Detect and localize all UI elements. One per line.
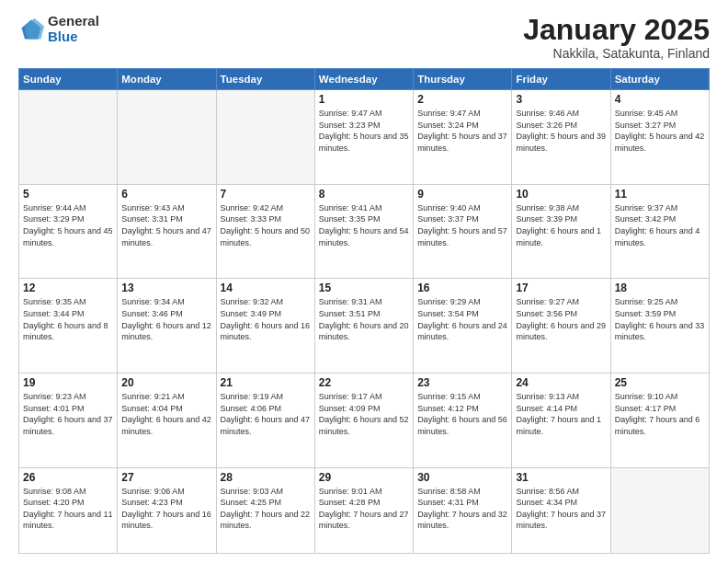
logo-text: General Blue [48, 14, 99, 44]
table-row: 5Sunrise: 9:44 AM Sunset: 3:29 PM Daylig… [19, 184, 118, 279]
day-number: 8 [319, 188, 409, 201]
day-info: Sunrise: 9:23 AM Sunset: 4:01 PM Dayligh… [23, 391, 113, 437]
table-row: 10Sunrise: 9:38 AM Sunset: 3:39 PM Dayli… [512, 184, 610, 279]
day-info: Sunrise: 9:38 AM Sunset: 3:39 PM Dayligh… [516, 202, 606, 248]
day-number: 1 [319, 93, 409, 106]
day-number: 22 [319, 376, 409, 389]
table-row: 26Sunrise: 9:08 AM Sunset: 4:20 PM Dayli… [19, 467, 118, 553]
day-number: 13 [121, 282, 211, 294]
day-info: Sunrise: 9:17 AM Sunset: 4:09 PM Dayligh… [319, 391, 409, 437]
day-info: Sunrise: 9:27 AM Sunset: 3:56 PM Dayligh… [516, 296, 606, 342]
table-row: 18Sunrise: 9:25 AM Sunset: 3:59 PM Dayli… [610, 279, 709, 373]
day-number: 10 [516, 188, 606, 201]
day-info: Sunrise: 9:10 AM Sunset: 4:17 PM Dayligh… [615, 391, 705, 437]
header-thursday: Thursday [414, 69, 512, 90]
logo-blue-text: Blue [48, 29, 99, 45]
table-row [216, 90, 314, 185]
day-info: Sunrise: 9:13 AM Sunset: 4:14 PM Dayligh… [516, 391, 606, 437]
day-info: Sunrise: 9:44 AM Sunset: 3:29 PM Dayligh… [23, 202, 113, 248]
day-number: 7 [221, 188, 311, 201]
table-row [610, 467, 709, 553]
logo-general-text: General [48, 14, 99, 29]
day-info: Sunrise: 9:15 AM Sunset: 4:12 PM Dayligh… [417, 391, 507, 437]
table-row: 25Sunrise: 9:10 AM Sunset: 4:17 PM Dayli… [610, 373, 709, 468]
day-info: Sunrise: 9:45 AM Sunset: 3:27 PM Dayligh… [615, 108, 705, 154]
table-row: 11Sunrise: 9:37 AM Sunset: 3:42 PM Dayli… [610, 184, 709, 279]
day-number: 5 [23, 188, 113, 201]
day-info: Sunrise: 9:46 AM Sunset: 3:26 PM Dayligh… [516, 108, 606, 154]
day-number: 31 [516, 471, 606, 484]
table-row: 1Sunrise: 9:47 AM Sunset: 3:23 PM Daylig… [314, 90, 413, 185]
day-number: 25 [615, 376, 705, 389]
day-number: 20 [121, 376, 211, 389]
weekday-header-row: Sunday Monday Tuesday Wednesday Thursday… [19, 69, 710, 90]
day-info: Sunrise: 9:19 AM Sunset: 4:06 PM Dayligh… [221, 391, 311, 437]
table-row: 20Sunrise: 9:21 AM Sunset: 4:04 PM Dayli… [118, 373, 216, 468]
day-info: Sunrise: 8:56 AM Sunset: 4:34 PM Dayligh… [516, 486, 606, 532]
day-number: 12 [23, 282, 113, 294]
table-row: 9Sunrise: 9:40 AM Sunset: 3:37 PM Daylig… [414, 184, 512, 279]
day-info: Sunrise: 9:47 AM Sunset: 3:23 PM Dayligh… [319, 108, 409, 154]
header-monday: Monday [118, 69, 216, 90]
day-number: 26 [23, 471, 113, 484]
day-info: Sunrise: 9:06 AM Sunset: 4:23 PM Dayligh… [121, 486, 211, 532]
day-number: 17 [516, 282, 606, 294]
day-info: Sunrise: 9:47 AM Sunset: 3:24 PM Dayligh… [417, 108, 507, 154]
table-row: 29Sunrise: 9:01 AM Sunset: 4:28 PM Dayli… [314, 467, 413, 553]
title-block: January 2025 Nakkila, Satakunta, Finland [523, 14, 710, 61]
day-number: 9 [417, 188, 507, 201]
day-info: Sunrise: 9:34 AM Sunset: 3:46 PM Dayligh… [121, 296, 211, 342]
day-number: 30 [417, 471, 507, 484]
day-number: 11 [615, 188, 705, 201]
day-number: 2 [417, 93, 507, 106]
day-number: 21 [221, 376, 311, 389]
day-number: 4 [615, 93, 705, 106]
day-number: 23 [417, 376, 507, 389]
day-info: Sunrise: 9:32 AM Sunset: 3:49 PM Dayligh… [221, 296, 311, 342]
table-row: 7Sunrise: 9:42 AM Sunset: 3:33 PM Daylig… [216, 184, 314, 279]
day-info: Sunrise: 9:29 AM Sunset: 3:54 PM Dayligh… [417, 296, 507, 342]
table-row: 6Sunrise: 9:43 AM Sunset: 3:31 PM Daylig… [118, 184, 216, 279]
day-info: Sunrise: 9:42 AM Sunset: 3:33 PM Dayligh… [221, 202, 311, 248]
table-row: 24Sunrise: 9:13 AM Sunset: 4:14 PM Dayli… [512, 373, 610, 468]
table-row [19, 90, 118, 185]
calendar-table: Sunday Monday Tuesday Wednesday Thursday… [18, 68, 710, 554]
table-row: 12Sunrise: 9:35 AM Sunset: 3:44 PM Dayli… [19, 279, 118, 373]
table-row: 8Sunrise: 9:41 AM Sunset: 3:35 PM Daylig… [314, 184, 413, 279]
header-sunday: Sunday [19, 69, 118, 90]
day-number: 14 [221, 282, 311, 294]
day-info: Sunrise: 9:41 AM Sunset: 3:35 PM Dayligh… [319, 202, 409, 248]
table-row: 4Sunrise: 9:45 AM Sunset: 3:27 PM Daylig… [610, 90, 709, 185]
day-number: 29 [319, 471, 409, 484]
table-row: 28Sunrise: 9:03 AM Sunset: 4:25 PM Dayli… [216, 467, 314, 553]
day-number: 27 [121, 471, 211, 484]
header: General Blue January 2025 Nakkila, Satak… [18, 14, 710, 61]
table-row: 23Sunrise: 9:15 AM Sunset: 4:12 PM Dayli… [414, 373, 512, 468]
day-number: 6 [121, 188, 211, 201]
day-info: Sunrise: 9:37 AM Sunset: 3:42 PM Dayligh… [615, 202, 705, 248]
day-info: Sunrise: 8:58 AM Sunset: 4:31 PM Dayligh… [417, 486, 507, 532]
table-row: 16Sunrise: 9:29 AM Sunset: 3:54 PM Dayli… [414, 279, 512, 373]
table-row: 22Sunrise: 9:17 AM Sunset: 4:09 PM Dayli… [314, 373, 413, 468]
header-saturday: Saturday [610, 69, 709, 90]
day-info: Sunrise: 9:21 AM Sunset: 4:04 PM Dayligh… [121, 391, 211, 437]
table-row: 15Sunrise: 9:31 AM Sunset: 3:51 PM Dayli… [314, 279, 413, 373]
table-row: 21Sunrise: 9:19 AM Sunset: 4:06 PM Dayli… [216, 373, 314, 468]
table-row: 17Sunrise: 9:27 AM Sunset: 3:56 PM Dayli… [512, 279, 610, 373]
table-row: 14Sunrise: 9:32 AM Sunset: 3:49 PM Dayli… [216, 279, 314, 373]
table-row: 3Sunrise: 9:46 AM Sunset: 3:26 PM Daylig… [512, 90, 610, 185]
logo: General Blue [18, 14, 99, 44]
table-row [118, 90, 216, 185]
table-row: 19Sunrise: 9:23 AM Sunset: 4:01 PM Dayli… [19, 373, 118, 468]
day-info: Sunrise: 9:40 AM Sunset: 3:37 PM Dayligh… [417, 202, 507, 248]
day-number: 18 [615, 282, 705, 294]
day-number: 28 [221, 471, 311, 484]
day-info: Sunrise: 9:25 AM Sunset: 3:59 PM Dayligh… [615, 296, 705, 342]
day-info: Sunrise: 9:31 AM Sunset: 3:51 PM Dayligh… [319, 296, 409, 342]
day-info: Sunrise: 9:08 AM Sunset: 4:20 PM Dayligh… [23, 486, 113, 532]
day-number: 19 [23, 376, 113, 389]
table-row: 31Sunrise: 8:56 AM Sunset: 4:34 PM Dayli… [512, 467, 610, 553]
logo-icon [18, 17, 44, 42]
page: General Blue January 2025 Nakkila, Satak… [0, 0, 728, 563]
day-number: 15 [319, 282, 409, 294]
